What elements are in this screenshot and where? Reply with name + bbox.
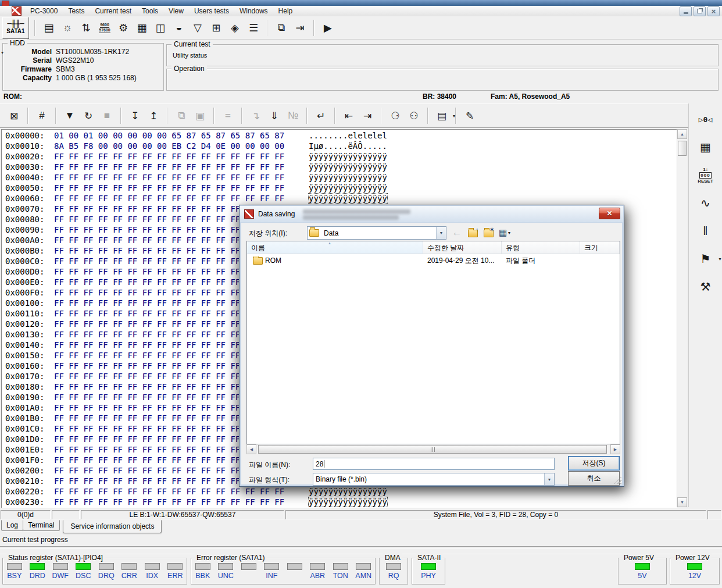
filter-icon[interactable]: ▽: [188, 18, 207, 38]
utility-log-icon[interactable]: ▤: [40, 18, 58, 38]
back-button[interactable]: ←: [451, 226, 463, 239]
hex-ascii[interactable]: ÿÿÿÿÿÿÿÿÿÿÿÿÿÿÿÿ: [309, 487, 387, 496]
hdd-menu-caret[interactable]: ▾: [1, 50, 3, 55]
hex-bytes[interactable]: FF FF FF FF FF FF FF FF FF FF FF FF FF F…: [54, 194, 284, 203]
load-doc-icon[interactable]: ⇓: [265, 106, 284, 126]
probe-icon[interactable]: ∿: [694, 193, 717, 213]
save-block-icon[interactable]: ↧: [126, 106, 144, 126]
flowchart-icon[interactable]: ◈: [226, 18, 244, 38]
restore-button[interactable]: [694, 6, 706, 16]
resize-grip[interactable]: [614, 476, 621, 484]
baud-rate-icon[interactable]: 960057600: [95, 18, 114, 38]
windows-cascade-icon[interactable]: ⧉: [272, 18, 291, 38]
hex-ascii[interactable]: Iµø.....ëÂÔ.....: [309, 141, 387, 151]
switch-device-icon[interactable]: ⇅: [77, 18, 95, 38]
horizontal-scrollbar[interactable]: ◀ ▶: [246, 444, 620, 454]
edit-icon[interactable]: ✎: [460, 106, 479, 126]
new-folder-button[interactable]: ✶: [482, 227, 496, 239]
hex-row[interactable]: 0x00060:FF FF FF FF FF FF FF FF FF FF FF…: [2, 194, 677, 204]
hex-ascii[interactable]: ÿÿÿÿÿÿÿÿÿÿÿÿÿÿÿÿ: [309, 173, 387, 182]
combo-dropdown-icon[interactable]: ▼: [544, 473, 554, 485]
report-icon[interactable]: ▤▾: [433, 106, 451, 126]
dialog-close-button[interactable]: ✕: [599, 208, 620, 219]
hex-bytes[interactable]: FF FF FF FF FF FF FF FF FF FF FF FF FF F…: [54, 487, 284, 496]
hex-row[interactable]: 0x00030:FF FF FF FF FF FF FF FF FF FF FF…: [2, 162, 677, 173]
hex-bytes[interactable]: FF FF FF FF FF FF FF FF FF FF FF FF FF F…: [54, 183, 284, 193]
file-type-combobox[interactable]: Binary file (*.bin) ▼: [313, 473, 555, 486]
menu-users-tests[interactable]: Users tests: [189, 6, 234, 16]
up-one-level-button[interactable]: ↑: [466, 227, 480, 239]
table-icon[interactable]: ⊞: [207, 18, 226, 38]
view-menu-button[interactable]: ▦▾: [497, 226, 512, 239]
file-list-item[interactable]: ROM2019-04-29 오전 10...파일 폴더: [247, 254, 620, 267]
hex-row[interactable]: 0x00040:FF FF FF FF FF FF FF FF FF FF FF…: [2, 173, 677, 183]
records-icon[interactable]: №: [284, 106, 302, 126]
hex-row[interactable]: 0x00230:FF FF FF FF FF FF FF FF FF FF FF…: [2, 497, 677, 508]
close-view-icon[interactable]: ⊠: [5, 106, 23, 126]
menu-help[interactable]: Help: [273, 6, 298, 16]
find-next-icon[interactable]: ⚇: [405, 106, 423, 126]
menu-tools[interactable]: Tools: [137, 6, 163, 16]
hex-row[interactable]: 0x00220:FF FF FF FF FF FF FF FF FF FF FF…: [2, 487, 677, 497]
scroll-down-button[interactable]: ▼: [677, 497, 687, 507]
adapter-zero-icon[interactable]: ▷0◁: [694, 109, 717, 129]
menu-tests[interactable]: Tests: [63, 6, 90, 16]
hex-bytes[interactable]: FF FF FF FF FF FF FF FF FF FF FF FF FF F…: [54, 173, 284, 182]
tab-service-information-objects[interactable]: Service information objects: [63, 520, 162, 533]
cancel-button[interactable]: 취소: [568, 471, 620, 486]
scroll-right-button[interactable]: ▶: [610, 444, 620, 454]
hex-bytes[interactable]: 01 00 01 00 00 00 00 00 65 87 65 87 65 8…: [54, 131, 284, 140]
scroll-left-button[interactable]: ◀: [246, 444, 256, 454]
menu-windows[interactable]: Windows: [234, 6, 273, 16]
filter-dropdown-icon[interactable]: ▼: [60, 106, 79, 126]
chip-icon[interactable]: ▦: [133, 18, 151, 38]
dialog-title-bar[interactable]: Data saving: [240, 206, 623, 222]
refresh-icon[interactable]: ↻: [79, 106, 98, 126]
exit-icon[interactable]: ⇥: [291, 18, 309, 38]
export-doc-icon[interactable]: ↴: [246, 106, 265, 126]
stop-icon[interactable]: ■: [98, 106, 116, 126]
vertical-scrollbar[interactable]: ▲ ▼: [677, 129, 687, 507]
scroll-up-button[interactable]: ▲: [677, 129, 687, 139]
resources-icon[interactable]: ◫: [151, 18, 170, 38]
compare-icon[interactable]: =: [219, 106, 237, 126]
pause-icon[interactable]: ‖: [694, 221, 717, 241]
hscrollbar-thumb[interactable]: [258, 445, 607, 454]
column-header-유형[interactable]: 유형: [502, 241, 580, 254]
menu-pc-3000[interactable]: PC-3000: [25, 6, 63, 16]
find-icon[interactable]: ⚆: [386, 106, 405, 126]
tab-log[interactable]: Log: [1, 520, 23, 531]
save-button[interactable]: 저장(S): [568, 456, 620, 471]
menu-current-test[interactable]: Current test: [90, 6, 137, 16]
import-doc-icon[interactable]: ↵: [312, 106, 330, 126]
hex-ascii[interactable]: ........elelelel: [309, 131, 387, 140]
hex-row[interactable]: 0x00020:FF FF FF FF FF FF FF FF FF FF FF…: [2, 152, 677, 162]
list-icon[interactable]: ☰: [244, 18, 263, 38]
reset-icon[interactable]: 1↓000RESET: [694, 165, 717, 185]
copy-icon[interactable]: ⧉: [172, 106, 191, 126]
file-name-input[interactable]: 28: [313, 458, 555, 470]
run-test-icon[interactable]: ▶: [319, 18, 337, 38]
hex-bytes[interactable]: FF FF FF FF FF FF FF FF FF FF FF FF FF F…: [54, 162, 284, 172]
run-flag-icon[interactable]: ⚑▾: [694, 249, 717, 269]
hex-bytes[interactable]: 8A B5 F8 00 00 00 00 00 EB C2 D4 0E 00 0…: [54, 141, 284, 151]
tools-icon[interactable]: ⚒: [694, 277, 717, 297]
save-all-icon[interactable]: ↥: [144, 106, 163, 126]
hex-row[interactable]: 0x00010:8A B5 F8 00 00 00 00 00 EB C2 D4…: [2, 141, 677, 152]
goto-last-icon[interactable]: ⇥: [358, 106, 377, 126]
close-button[interactable]: ×: [707, 6, 720, 16]
column-header-수정한 날짜[interactable]: 수정한 날짜: [423, 241, 502, 254]
save-in-combobox[interactable]: Data ▼: [307, 226, 446, 240]
settings-save-icon[interactable]: ⚙: [114, 18, 133, 38]
column-header-크기[interactable]: 크기: [580, 241, 620, 254]
hex-row[interactable]: 0x00050:FF FF FF FF FF FF FF FF FF FF FF…: [2, 183, 677, 194]
tab-terminal[interactable]: Terminal: [23, 520, 59, 531]
database-icon[interactable]: ◒: [170, 18, 188, 38]
scrollbar-thumb[interactable]: [678, 141, 687, 156]
pcb-icon[interactable]: ▦: [694, 137, 717, 157]
hex-ascii[interactable]: ÿÿÿÿÿÿÿÿÿÿÿÿÿÿÿÿ: [309, 497, 387, 507]
hex-bytes[interactable]: FF FF FF FF FF FF FF FF FF FF FF FF FF F…: [54, 152, 284, 161]
goto-address-icon[interactable]: #: [33, 106, 51, 126]
goto-first-icon[interactable]: ⇤: [339, 106, 358, 126]
hex-ascii[interactable]: ÿÿÿÿÿÿÿÿÿÿÿÿÿÿÿÿ: [309, 162, 387, 172]
